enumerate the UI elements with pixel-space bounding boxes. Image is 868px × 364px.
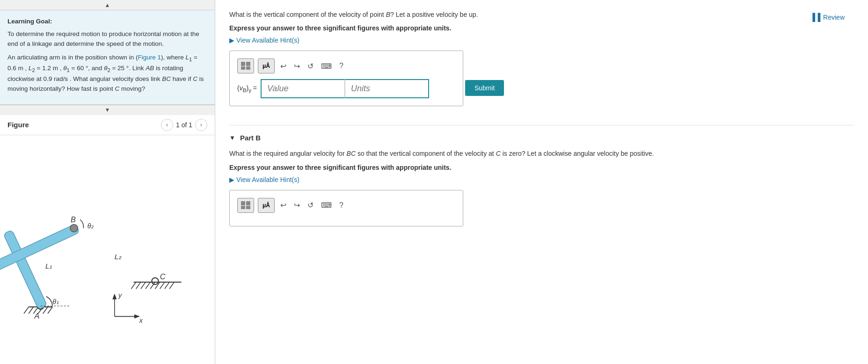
- svg-line-16: [169, 282, 174, 289]
- answer-box: μÅ ↩ ↪ ↺ ⌨ ? (vB)y =: [229, 51, 463, 106]
- part-b-undo-button[interactable]: ↩: [278, 200, 288, 211]
- learning-goal-text2: An articulating arm is in the position s…: [7, 53, 207, 94]
- svg-line-15: [165, 282, 169, 289]
- help-button[interactable]: ?: [337, 61, 345, 71]
- figure-canvas: A B: [0, 135, 215, 364]
- label-A: A: [34, 312, 39, 320]
- value-input[interactable]: [261, 79, 345, 98]
- part-b-toolbar: μÅ ↩ ↪ ↺ ⌨ ?: [237, 198, 455, 213]
- redo-button[interactable]: ↪: [292, 61, 302, 72]
- figure-diagram: A B: [0, 135, 215, 364]
- svg-rect-20: [246, 66, 250, 70]
- learning-goal-box: Learning Goal: To determine the required…: [0, 10, 215, 105]
- left-panel: ▲ Learning Goal: To determine the requir…: [0, 0, 215, 364]
- undo-icon: ↩: [280, 62, 286, 70]
- collapse-arrow[interactable]: ▼: [229, 134, 235, 141]
- help-icon: ?: [339, 62, 343, 70]
- part-b-answer-box: μÅ ↩ ↪ ↺ ⌨ ?: [229, 190, 463, 226]
- mu-tool-button[interactable]: μÅ: [258, 58, 275, 73]
- matrix-tool-button[interactable]: [237, 58, 254, 73]
- refresh-icon: ↺: [307, 62, 314, 70]
- part-b-refresh-button[interactable]: ↺: [306, 200, 315, 211]
- part-b-section: ▼ Part B What is the required angular ve…: [229, 125, 854, 233]
- part-b-keyboard-button[interactable]: ⌨: [319, 200, 334, 211]
- part-b-help-button[interactable]: ?: [337, 200, 345, 211]
- figure-nav: ‹ 1 of 1 ›: [161, 119, 207, 131]
- label-L2: L₂: [115, 253, 122, 261]
- part-b-redo-button[interactable]: ↪: [292, 200, 302, 211]
- label-theta1: θ₁: [52, 298, 59, 306]
- answer-instruction: Express your answer to three significant…: [229, 24, 854, 32]
- theta1-arc: [46, 296, 52, 306]
- svg-line-11: [146, 282, 150, 289]
- submit-button[interactable]: Submit: [465, 80, 504, 96]
- part-b-mu-label: μÅ: [263, 202, 270, 209]
- question-text: What is the vertical component of the ve…: [229, 9, 854, 20]
- undo-button[interactable]: ↩: [278, 61, 288, 72]
- scroll-down-arrow[interactable]: ▼: [0, 105, 215, 115]
- hint-link[interactable]: ▶ View Available Hint(s): [229, 36, 854, 44]
- figure-header: Figure ‹ 1 of 1 ›: [0, 115, 215, 135]
- learning-goal-title: Learning Goal:: [7, 17, 207, 27]
- matrix-icon: [241, 61, 251, 71]
- svg-rect-24: [246, 206, 250, 209]
- svg-line-1: [24, 307, 29, 313]
- part-b-redo-icon: ↪: [294, 201, 300, 209]
- hint-text: View Available Hint(s): [236, 36, 299, 44]
- hint-arrow: ▶: [229, 36, 234, 44]
- learning-goal-text1: To determine the required motion to prod…: [7, 29, 207, 49]
- redo-icon: ↪: [294, 62, 300, 70]
- part-b-keyboard-icon: ⌨: [321, 201, 332, 209]
- part-b-header: ▼ Part B: [229, 134, 854, 142]
- label-B: B: [71, 215, 76, 224]
- right-panel: ▐▐ Review What is the vertical component…: [215, 0, 868, 364]
- label-C: C: [160, 272, 166, 281]
- part-b-hint-text: View Available Hint(s): [236, 176, 299, 183]
- part-b-matrix-icon: [241, 201, 251, 210]
- svg-rect-17: [241, 62, 245, 66]
- review-icon: ▐▐: [810, 13, 820, 22]
- y-label: y: [118, 291, 122, 298]
- keyboard-icon: ⌨: [321, 62, 332, 70]
- part-b-matrix-button[interactable]: [237, 198, 254, 213]
- part-b-mu-button[interactable]: μÅ: [258, 198, 275, 213]
- svg-line-14: [160, 282, 165, 289]
- svg-rect-19: [241, 66, 245, 70]
- input-label: (vB)y =: [237, 84, 257, 93]
- page-indicator: 1 of 1: [176, 121, 192, 129]
- label-L1: L₁: [45, 262, 52, 270]
- keyboard-button[interactable]: ⌨: [319, 61, 334, 72]
- part-b-refresh-icon: ↺: [307, 201, 314, 209]
- next-figure-button[interactable]: ›: [195, 119, 207, 131]
- svg-line-10: [141, 282, 146, 289]
- refresh-button[interactable]: ↺: [306, 61, 315, 72]
- svg-line-2: [29, 307, 33, 313]
- input-row: (vB)y =: [237, 79, 455, 98]
- part-b-hint-link[interactable]: ▶ View Available Hint(s): [229, 176, 854, 183]
- part-b-title: Part B: [240, 134, 261, 142]
- review-button[interactable]: ▐▐ Review: [810, 13, 845, 22]
- part-b-hint-arrow: ▶: [229, 176, 234, 183]
- point-B: [70, 224, 78, 232]
- part-b-help-icon: ?: [339, 201, 343, 209]
- part-b-undo-icon: ↩: [280, 201, 286, 209]
- svg-rect-23: [241, 206, 245, 209]
- svg-rect-18: [246, 62, 250, 66]
- figure-section: Figure ‹ 1 of 1 › A: [0, 115, 215, 364]
- units-input[interactable]: [345, 79, 429, 98]
- svg-rect-22: [246, 201, 250, 205]
- svg-line-9: [136, 282, 141, 289]
- theta2-arc: [80, 219, 83, 228]
- figure-link[interactable]: Figure 1: [138, 54, 161, 61]
- svg-line-8: [131, 282, 136, 289]
- scroll-up-arrow[interactable]: ▲: [0, 0, 215, 10]
- prev-figure-button[interactable]: ‹: [161, 119, 173, 131]
- figure-label: Figure: [7, 121, 29, 129]
- svg-rect-21: [241, 201, 245, 205]
- toolbar: μÅ ↩ ↪ ↺ ⌨ ?: [237, 58, 455, 73]
- x-label: x: [139, 316, 143, 324]
- mu-label: μÅ: [263, 63, 270, 69]
- part-b-question: What is the required angular velocity fo…: [229, 148, 854, 159]
- point-C: [152, 278, 158, 284]
- part-b-instruction: Express your answer to three significant…: [229, 164, 854, 171]
